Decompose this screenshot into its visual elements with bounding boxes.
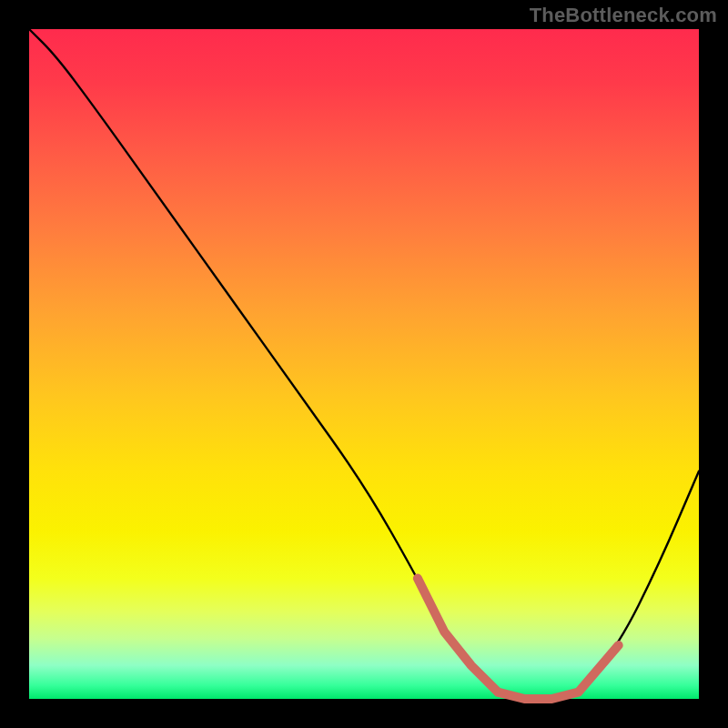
curve-layer — [29, 29, 699, 699]
watermark-text: TheBottleneck.com — [530, 4, 717, 27]
chart-frame: TheBottleneck.com — [0, 0, 728, 728]
bottleneck-curve-path — [29, 29, 699, 699]
plot-area — [29, 29, 699, 699]
trough-highlight-path — [418, 579, 619, 699]
